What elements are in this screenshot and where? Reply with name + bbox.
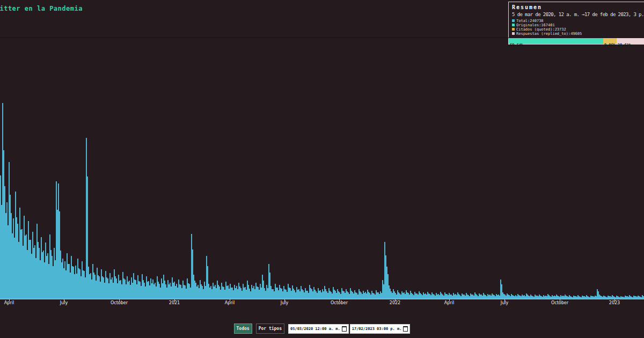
x-axis-tick-label: April bbox=[4, 300, 14, 305]
legend-label: Citados (quoted):23732 bbox=[516, 27, 566, 32]
x-axis-tick-label: July bbox=[281, 300, 288, 305]
legend-swatch-icon bbox=[512, 32, 515, 35]
legend-swatch-icon bbox=[512, 28, 515, 31]
summary-title: Resumen bbox=[509, 2, 644, 10]
start-date-input[interactable]: 05/03/2020 12:00 a. m. bbox=[288, 324, 349, 334]
x-axis-tick-label: 2021 bbox=[169, 300, 180, 305]
legend-label: Originales:167401 bbox=[516, 23, 555, 27]
x-axis-tick-label: 2022 bbox=[390, 300, 400, 305]
calendar-icon[interactable] bbox=[342, 326, 347, 332]
legend-swatch-icon bbox=[512, 19, 515, 22]
legend-item-citados: Citados (quoted):23732 bbox=[512, 27, 644, 31]
summary-legend: Total:240738Originales:167401Citados (qu… bbox=[509, 19, 644, 37]
legend-swatch-icon bbox=[512, 24, 515, 26]
x-axis-tick-label: April bbox=[225, 300, 235, 305]
x-axis-tick-label: April bbox=[444, 300, 454, 305]
x-axis-line bbox=[0, 299, 644, 299]
x-axis-tick-label: October bbox=[331, 300, 348, 305]
summary-date-range: 5 de mar de 2020, 12 a. m. →17 de feb de… bbox=[509, 10, 644, 18]
x-axis-tick-label: July bbox=[60, 300, 68, 305]
x-axis-tick-label: October bbox=[111, 300, 128, 305]
legend-item-respuestas: Respuestas (replied_to):49605 bbox=[512, 32, 644, 35]
end-date-value: 17/02/2023 03:00 p. m. bbox=[352, 327, 402, 331]
legend-label: Respuestas (replied_to):49605 bbox=[516, 32, 582, 36]
date-range-inputs: 05/03/2020 12:00 a. m. 17/02/2023 03:00 … bbox=[288, 324, 410, 334]
por-tipos-button[interactable]: Por tipos bbox=[256, 324, 284, 334]
x-axis-tick-label: 2023 bbox=[609, 300, 620, 305]
start-date-value: 05/03/2020 12:00 a. m. bbox=[290, 327, 340, 331]
page-title: Twitter en la Pandemia bbox=[0, 5, 83, 12]
controls-bar: Todos Por tipos 05/03/2020 12:00 a. m. 1… bbox=[0, 324, 644, 334]
legend-item-total: Total:240738 bbox=[512, 19, 644, 23]
x-axis-tick-label: October bbox=[551, 300, 568, 305]
calendar-icon[interactable] bbox=[403, 326, 408, 332]
todos-button[interactable]: Todos bbox=[234, 324, 252, 334]
tweets-histogram: AprilJulyOctober2021AprilJulyOctober2022… bbox=[0, 38, 644, 307]
legend-item-originales: Originales:167401 bbox=[512, 23, 644, 27]
x-axis-tick-label: July bbox=[501, 300, 508, 305]
chart-plot-area bbox=[0, 38, 644, 299]
end-date-input[interactable]: 17/02/2023 03:00 p. m. bbox=[350, 324, 411, 334]
legend-label: Total:240738 bbox=[516, 19, 544, 23]
